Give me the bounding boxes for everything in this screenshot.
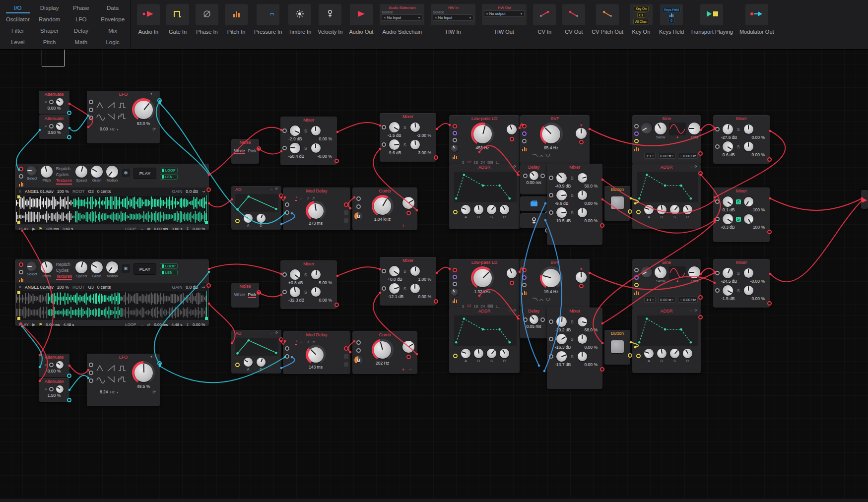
module-mod-delay[interactable]: Mod Delay◔♩♪♬273 ms bbox=[283, 188, 350, 230]
lfo-amount-knob[interactable] bbox=[132, 98, 155, 121]
play-start-value[interactable]: 0.00 ms bbox=[46, 322, 60, 327]
envelope-curve[interactable] bbox=[236, 195, 277, 211]
channel-in-port[interactable] bbox=[549, 210, 553, 215]
tab-display[interactable]: Display bbox=[34, 3, 66, 14]
play-start-value[interactable]: 125 ms bbox=[46, 227, 59, 231]
len-toggle[interactable]: LEN bbox=[160, 174, 178, 180]
resonance-knob[interactable] bbox=[505, 123, 518, 136]
sampler-mode-cycles[interactable]: Cycles bbox=[56, 172, 69, 178]
gate-in-port[interactable] bbox=[453, 354, 458, 358]
root-note[interactable]: G3 bbox=[88, 285, 93, 290]
sampler-mode-cycles[interactable]: Cycles bbox=[56, 268, 69, 273]
loop-pingpong-icon[interactable]: ⇄ bbox=[147, 322, 150, 327]
attenuate-out-port[interactable] bbox=[67, 135, 71, 139]
sampler-out-port[interactable] bbox=[206, 283, 211, 288]
hz-box[interactable]: +0.00 Hz bbox=[678, 297, 698, 303]
solo-button[interactable]: S bbox=[303, 272, 308, 277]
solo-button[interactable]: S bbox=[736, 217, 741, 222]
play-mode-icon[interactable]: ▶ bbox=[32, 322, 35, 327]
stretch-percent[interactable]: 100 % bbox=[57, 285, 69, 290]
pan-knob[interactable] bbox=[578, 208, 587, 217]
gain-knob[interactable] bbox=[722, 123, 734, 135]
lfo-out-port[interactable] bbox=[157, 98, 162, 103]
fold-knob[interactable] bbox=[688, 123, 700, 134]
env-r-knob[interactable] bbox=[498, 347, 511, 360]
channel-in-port[interactable] bbox=[382, 125, 386, 129]
play-length-value[interactable]: 4.48 s bbox=[64, 322, 74, 327]
phase-in-port[interactable] bbox=[89, 363, 93, 367]
freeze-icon[interactable]: ❄ bbox=[122, 169, 130, 177]
channel-in-port[interactable] bbox=[549, 193, 553, 197]
sample-start-marker[interactable] bbox=[19, 291, 19, 320]
module-comb[interactable]: Comb1.04 kHz+ − bbox=[352, 188, 417, 230]
loop-start-value[interactable]: 0.00 ms bbox=[154, 322, 168, 327]
cutoff-mod-port[interactable] bbox=[522, 139, 527, 143]
sync-note-icon[interactable]: ♩ bbox=[300, 339, 304, 344]
module-low-pass-ld[interactable]: Low-pass LD453 Hz6121824⌨L. bbox=[449, 115, 520, 165]
module-lfo[interactable]: LFO●→63.0 %0.00Hz▾⟳ bbox=[87, 91, 160, 143]
retrigger-port[interactable] bbox=[89, 378, 93, 383]
audio-in-port[interactable] bbox=[453, 124, 457, 128]
channel-in-port[interactable] bbox=[549, 319, 553, 324]
semitones-box[interactable]: 0.00 st▾ bbox=[658, 297, 675, 303]
loop-length-value[interactable]: 3.60 s bbox=[172, 227, 183, 231]
filter-out-port[interactable] bbox=[510, 137, 514, 141]
env-s-knob[interactable] bbox=[485, 347, 498, 360]
pan-knob[interactable] bbox=[577, 316, 588, 327]
envelope-curve[interactable] bbox=[455, 316, 511, 345]
audio-in-port[interactable] bbox=[285, 202, 289, 207]
crossfade-icon[interactable]: ↧ bbox=[186, 322, 189, 327]
cents-value[interactable]: 0 cents bbox=[97, 189, 111, 194]
audio-in-port[interactable] bbox=[453, 268, 457, 272]
env-r-knob[interactable] bbox=[498, 203, 511, 216]
solo-button[interactable]: S bbox=[303, 128, 308, 133]
delay-time-knob[interactable] bbox=[306, 345, 326, 365]
gain-value[interactable]: 0.0 dB bbox=[186, 285, 198, 290]
lfo-rate-unit[interactable]: Hz bbox=[110, 127, 115, 131]
module-button[interactable]: Button bbox=[604, 330, 630, 365]
palette-item-cv-in[interactable]: CV In bbox=[533, 4, 556, 35]
lfo-rate-unit[interactable]: Hz bbox=[110, 390, 115, 394]
time-mod-port[interactable] bbox=[285, 354, 289, 359]
comb-feedback-knob[interactable] bbox=[401, 195, 417, 211]
sample-end-marker[interactable] bbox=[206, 195, 207, 224]
end-handle[interactable] bbox=[205, 317, 208, 320]
lfo-shape-selector[interactable] bbox=[95, 363, 128, 386]
comb-freq-knob[interactable] bbox=[372, 339, 394, 361]
io-source-select[interactable]: × No output▼ bbox=[484, 10, 525, 17]
palette-item-timbre-in[interactable]: Timbre In bbox=[288, 4, 311, 35]
mix-out-port[interactable] bbox=[334, 159, 339, 163]
gain-knob[interactable] bbox=[389, 139, 400, 150]
phase-knob[interactable] bbox=[639, 121, 654, 135]
pan-knob[interactable] bbox=[742, 195, 755, 208]
module-mixer[interactable]: MixerS-2.9 dB0.00 %S-50.4 dB-0.00 % bbox=[280, 117, 337, 165]
env-d-knob[interactable] bbox=[473, 348, 484, 359]
tab-lfo[interactable]: LFO bbox=[66, 14, 97, 25]
phase-reset-icon[interactable]: ⟳ bbox=[152, 127, 156, 131]
delay-out-port[interactable] bbox=[344, 346, 348, 351]
delay-out-port[interactable] bbox=[344, 202, 348, 207]
channel-in-port[interactable] bbox=[282, 128, 287, 133]
module-adsr[interactable]: ADSR→ ⟳ADSR bbox=[449, 308, 520, 373]
crossfade-value[interactable]: 0.00 % bbox=[193, 322, 205, 327]
palette-item-gate-in[interactable]: Gate In bbox=[166, 4, 189, 35]
tab-shaper[interactable]: Shaper bbox=[34, 26, 66, 37]
pitch-in-port[interactable] bbox=[453, 275, 457, 279]
solo-button[interactable]: S bbox=[402, 286, 407, 291]
sync-free-icon[interactable]: ◔ bbox=[295, 339, 297, 345]
waveform-display[interactable] bbox=[16, 291, 208, 320]
module-adsr[interactable]: ADSR→ ⟳ADSR bbox=[632, 308, 701, 373]
channel-in-port[interactable] bbox=[715, 217, 720, 221]
channel-in-port[interactable] bbox=[282, 146, 287, 150]
sync-in-port[interactable] bbox=[634, 283, 639, 287]
delay-in-port[interactable] bbox=[523, 317, 528, 322]
palette-item-pressure-in[interactable]: Pressure In bbox=[254, 4, 282, 35]
env-d-knob[interactable] bbox=[656, 348, 667, 359]
audio-out-port[interactable] bbox=[19, 167, 23, 171]
delay-in-port[interactable] bbox=[523, 174, 528, 178]
skew-knob[interactable] bbox=[653, 264, 669, 281]
crossfade-icon[interactable]: ↧ bbox=[186, 227, 189, 231]
mix-out-port[interactable] bbox=[434, 155, 438, 160]
env-loop-icons[interactable]: → ⟳ bbox=[269, 187, 278, 191]
solo-button[interactable]: S bbox=[570, 354, 575, 359]
